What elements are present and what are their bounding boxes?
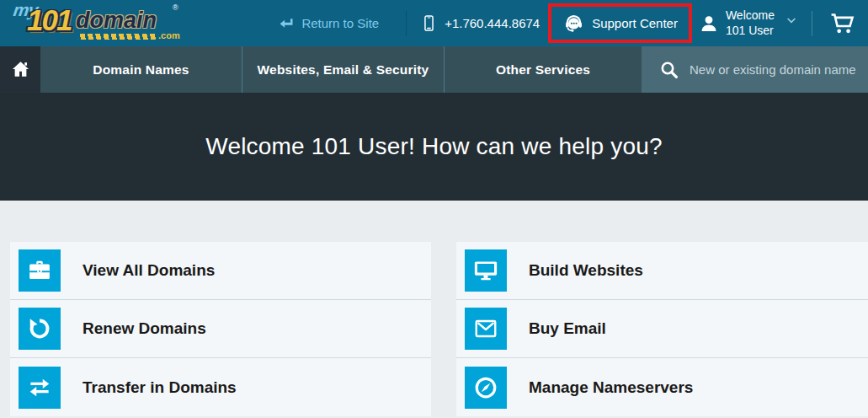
topbar-divider bbox=[406, 11, 407, 36]
welcome-heading: Welcome 101 User! How can we help you? bbox=[205, 133, 662, 160]
quick-link-manage-nameservers[interactable]: Manage Nameservers bbox=[456, 358, 868, 416]
logo-tld: .com bbox=[158, 30, 180, 40]
monitor-icon bbox=[465, 249, 507, 292]
quick-link-label: Transfer in Domains bbox=[83, 378, 237, 397]
quick-link-label: Build Websites bbox=[529, 261, 643, 280]
support-center-label: Support Center bbox=[592, 16, 678, 30]
quick-link-label: View All Domains bbox=[83, 261, 215, 280]
user-icon bbox=[699, 13, 719, 34]
topbar-divider bbox=[812, 11, 812, 36]
hero-banner: Welcome 101 User! How can we help you? bbox=[0, 93, 868, 201]
return-to-site-label: Return to Site bbox=[301, 16, 379, 30]
support-center-highlight-box: Support Center bbox=[548, 3, 692, 43]
support-center-link[interactable]: Support Center bbox=[562, 12, 678, 35]
topbar: my 101 domain ® .com Return to Site bbox=[0, 0, 868, 46]
compass-icon bbox=[465, 367, 507, 409]
registered-mark: ® bbox=[173, 3, 178, 12]
shopping-cart-icon bbox=[829, 12, 856, 35]
main-navigation: Domain Names Websites, Email & Security … bbox=[0, 46, 868, 93]
quick-links-left-column: View All Domains Renew Domains bbox=[10, 242, 431, 416]
welcome-line2: 101 User bbox=[726, 24, 775, 38]
cart-button[interactable] bbox=[826, 10, 860, 37]
home-icon bbox=[10, 59, 31, 80]
welcome-line1: Welcome bbox=[726, 8, 775, 23]
phone-link[interactable]: +1.760.444.8674 bbox=[420, 13, 540, 33]
quick-link-buy-email[interactable]: Buy Email bbox=[456, 300, 868, 358]
phone-number: +1.760.444.8674 bbox=[445, 16, 540, 30]
quick-link-view-all-domains[interactable]: View All Domains bbox=[10, 242, 431, 300]
logo[interactable]: my 101 domain ® .com bbox=[13, 3, 182, 45]
nav-other-services[interactable]: Other Services bbox=[444, 46, 642, 93]
envelope-icon bbox=[465, 308, 507, 350]
logo-stripes bbox=[78, 34, 158, 40]
quick-link-build-websites[interactable]: Build Websites bbox=[456, 242, 868, 300]
welcome-user-label: Welcome 101 User bbox=[726, 8, 775, 37]
topbar-actions: Return to Site +1.760.444.8674 bbox=[278, 3, 860, 43]
home-button[interactable] bbox=[0, 46, 40, 93]
logo-word: domain bbox=[76, 8, 157, 34]
renew-icon bbox=[19, 308, 61, 350]
nav-domain-names[interactable]: Domain Names bbox=[40, 46, 242, 93]
logo-number: 101 bbox=[27, 3, 71, 37]
quick-links: View All Domains Renew Domains bbox=[0, 201, 868, 418]
return-to-site-link[interactable]: Return to Site bbox=[278, 15, 379, 32]
quick-links-right-column: Build Websites Buy Email bbox=[456, 242, 868, 416]
quick-link-label: Buy Email bbox=[529, 319, 606, 338]
quick-link-renew-domains[interactable]: Renew Domains bbox=[10, 300, 431, 358]
headset-icon bbox=[562, 12, 585, 35]
search-icon bbox=[659, 60, 679, 80]
mobile-phone-icon bbox=[420, 13, 438, 33]
quick-link-label: Renew Domains bbox=[83, 319, 206, 338]
transfer-arrows-icon bbox=[19, 367, 61, 409]
nav-websites-email-security[interactable]: Websites, Email & Security bbox=[242, 46, 444, 93]
return-arrow-icon bbox=[278, 15, 295, 32]
briefcase-icon bbox=[19, 249, 61, 292]
chevron-down-icon bbox=[785, 13, 798, 27]
domain-search-input[interactable] bbox=[688, 62, 868, 78]
my101domain-dashboard: my 101 domain ® .com Return to Site bbox=[0, 0, 868, 418]
quick-link-transfer-in-domains[interactable]: Transfer in Domains bbox=[10, 358, 431, 416]
account-menu[interactable]: Welcome 101 User bbox=[699, 8, 798, 37]
quick-link-label: Manage Nameservers bbox=[529, 378, 693, 397]
domain-search bbox=[642, 46, 868, 93]
